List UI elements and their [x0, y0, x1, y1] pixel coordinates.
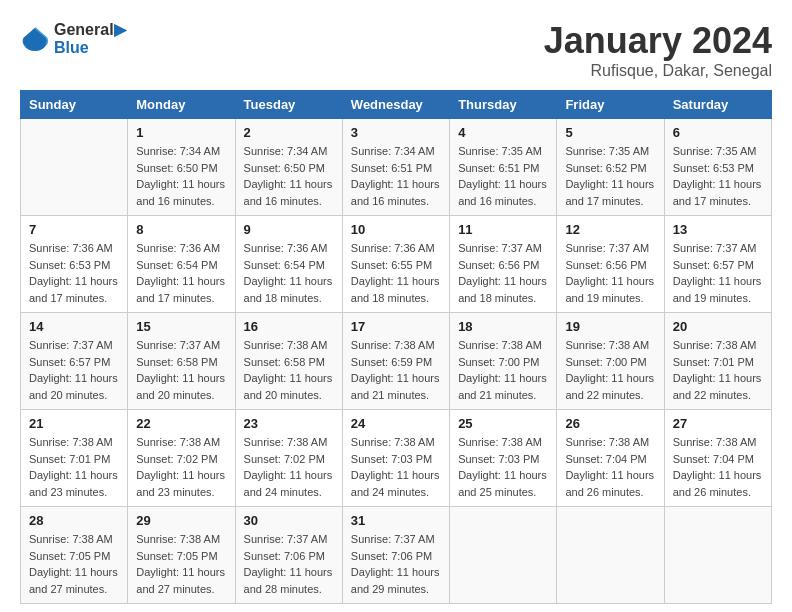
- calendar-cell: 10Sunrise: 7:36 AMSunset: 6:55 PMDayligh…: [342, 216, 449, 313]
- day-number: 10: [351, 222, 441, 237]
- calendar-table: SundayMondayTuesdayWednesdayThursdayFrid…: [20, 90, 772, 604]
- day-info: Sunrise: 7:35 AMSunset: 6:52 PMDaylight:…: [565, 143, 655, 209]
- calendar-cell: 19Sunrise: 7:38 AMSunset: 7:00 PMDayligh…: [557, 313, 664, 410]
- title-block: January 2024 Rufisque, Dakar, Senegal: [544, 20, 772, 80]
- calendar-cell: [21, 119, 128, 216]
- day-number: 14: [29, 319, 119, 334]
- calendar-cell: 20Sunrise: 7:38 AMSunset: 7:01 PMDayligh…: [664, 313, 771, 410]
- day-info: Sunrise: 7:38 AMSunset: 6:58 PMDaylight:…: [244, 337, 334, 403]
- day-number: 8: [136, 222, 226, 237]
- day-info: Sunrise: 7:38 AMSunset: 7:04 PMDaylight:…: [673, 434, 763, 500]
- day-info: Sunrise: 7:34 AMSunset: 6:51 PMDaylight:…: [351, 143, 441, 209]
- day-info: Sunrise: 7:38 AMSunset: 7:02 PMDaylight:…: [244, 434, 334, 500]
- day-number: 13: [673, 222, 763, 237]
- day-number: 25: [458, 416, 548, 431]
- day-number: 9: [244, 222, 334, 237]
- day-number: 6: [673, 125, 763, 140]
- calendar-cell: 29Sunrise: 7:38 AMSunset: 7:05 PMDayligh…: [128, 507, 235, 604]
- calendar-cell: 30Sunrise: 7:37 AMSunset: 7:06 PMDayligh…: [235, 507, 342, 604]
- day-info: Sunrise: 7:34 AMSunset: 6:50 PMDaylight:…: [136, 143, 226, 209]
- day-info: Sunrise: 7:37 AMSunset: 6:56 PMDaylight:…: [565, 240, 655, 306]
- weekday-header-row: SundayMondayTuesdayWednesdayThursdayFrid…: [21, 91, 772, 119]
- weekday-header-thursday: Thursday: [450, 91, 557, 119]
- day-info: Sunrise: 7:36 AMSunset: 6:53 PMDaylight:…: [29, 240, 119, 306]
- calendar-cell: 1Sunrise: 7:34 AMSunset: 6:50 PMDaylight…: [128, 119, 235, 216]
- calendar-cell: 21Sunrise: 7:38 AMSunset: 7:01 PMDayligh…: [21, 410, 128, 507]
- day-number: 4: [458, 125, 548, 140]
- day-info: Sunrise: 7:38 AMSunset: 7:00 PMDaylight:…: [565, 337, 655, 403]
- calendar-cell: 22Sunrise: 7:38 AMSunset: 7:02 PMDayligh…: [128, 410, 235, 507]
- day-number: 18: [458, 319, 548, 334]
- day-info: Sunrise: 7:35 AMSunset: 6:51 PMDaylight:…: [458, 143, 548, 209]
- day-info: Sunrise: 7:37 AMSunset: 6:57 PMDaylight:…: [673, 240, 763, 306]
- location-subtitle: Rufisque, Dakar, Senegal: [544, 62, 772, 80]
- calendar-cell: 11Sunrise: 7:37 AMSunset: 6:56 PMDayligh…: [450, 216, 557, 313]
- day-number: 30: [244, 513, 334, 528]
- day-info: Sunrise: 7:38 AMSunset: 7:03 PMDaylight:…: [351, 434, 441, 500]
- weekday-header-saturday: Saturday: [664, 91, 771, 119]
- calendar-cell: 18Sunrise: 7:38 AMSunset: 7:00 PMDayligh…: [450, 313, 557, 410]
- day-number: 7: [29, 222, 119, 237]
- day-info: Sunrise: 7:37 AMSunset: 7:06 PMDaylight:…: [244, 531, 334, 597]
- calendar-cell: 17Sunrise: 7:38 AMSunset: 6:59 PMDayligh…: [342, 313, 449, 410]
- calendar-cell: 23Sunrise: 7:38 AMSunset: 7:02 PMDayligh…: [235, 410, 342, 507]
- day-info: Sunrise: 7:37 AMSunset: 6:58 PMDaylight:…: [136, 337, 226, 403]
- day-number: 16: [244, 319, 334, 334]
- day-number: 12: [565, 222, 655, 237]
- day-number: 15: [136, 319, 226, 334]
- calendar-cell: 13Sunrise: 7:37 AMSunset: 6:57 PMDayligh…: [664, 216, 771, 313]
- page-header: General▶ Blue January 2024 Rufisque, Dak…: [20, 20, 772, 80]
- day-number: 1: [136, 125, 226, 140]
- weekday-header-tuesday: Tuesday: [235, 91, 342, 119]
- day-number: 2: [244, 125, 334, 140]
- calendar-cell: 9Sunrise: 7:36 AMSunset: 6:54 PMDaylight…: [235, 216, 342, 313]
- logo-icon: [20, 24, 50, 54]
- day-number: 11: [458, 222, 548, 237]
- day-info: Sunrise: 7:35 AMSunset: 6:53 PMDaylight:…: [673, 143, 763, 209]
- day-info: Sunrise: 7:38 AMSunset: 7:00 PMDaylight:…: [458, 337, 548, 403]
- day-info: Sunrise: 7:34 AMSunset: 6:50 PMDaylight:…: [244, 143, 334, 209]
- month-title: January 2024: [544, 20, 772, 62]
- day-number: 21: [29, 416, 119, 431]
- week-row-2: 7Sunrise: 7:36 AMSunset: 6:53 PMDaylight…: [21, 216, 772, 313]
- day-info: Sunrise: 7:38 AMSunset: 7:01 PMDaylight:…: [673, 337, 763, 403]
- calendar-cell: 4Sunrise: 7:35 AMSunset: 6:51 PMDaylight…: [450, 119, 557, 216]
- calendar-cell: 16Sunrise: 7:38 AMSunset: 6:58 PMDayligh…: [235, 313, 342, 410]
- calendar-cell: [557, 507, 664, 604]
- calendar-cell: 27Sunrise: 7:38 AMSunset: 7:04 PMDayligh…: [664, 410, 771, 507]
- weekday-header-friday: Friday: [557, 91, 664, 119]
- calendar-cell: 2Sunrise: 7:34 AMSunset: 6:50 PMDaylight…: [235, 119, 342, 216]
- calendar-cell: 24Sunrise: 7:38 AMSunset: 7:03 PMDayligh…: [342, 410, 449, 507]
- weekday-header-monday: Monday: [128, 91, 235, 119]
- weekday-header-wednesday: Wednesday: [342, 91, 449, 119]
- logo-text: General▶ Blue: [54, 20, 126, 57]
- day-number: 19: [565, 319, 655, 334]
- calendar-cell: 26Sunrise: 7:38 AMSunset: 7:04 PMDayligh…: [557, 410, 664, 507]
- calendar-cell: 12Sunrise: 7:37 AMSunset: 6:56 PMDayligh…: [557, 216, 664, 313]
- day-info: Sunrise: 7:38 AMSunset: 7:05 PMDaylight:…: [136, 531, 226, 597]
- day-info: Sunrise: 7:38 AMSunset: 7:01 PMDaylight:…: [29, 434, 119, 500]
- day-info: Sunrise: 7:38 AMSunset: 7:02 PMDaylight:…: [136, 434, 226, 500]
- logo: General▶ Blue: [20, 20, 126, 57]
- day-info: Sunrise: 7:38 AMSunset: 7:05 PMDaylight:…: [29, 531, 119, 597]
- week-row-5: 28Sunrise: 7:38 AMSunset: 7:05 PMDayligh…: [21, 507, 772, 604]
- day-number: 3: [351, 125, 441, 140]
- day-info: Sunrise: 7:38 AMSunset: 7:03 PMDaylight:…: [458, 434, 548, 500]
- day-info: Sunrise: 7:37 AMSunset: 6:56 PMDaylight:…: [458, 240, 548, 306]
- calendar-cell: 25Sunrise: 7:38 AMSunset: 7:03 PMDayligh…: [450, 410, 557, 507]
- day-number: 20: [673, 319, 763, 334]
- day-info: Sunrise: 7:37 AMSunset: 7:06 PMDaylight:…: [351, 531, 441, 597]
- day-number: 24: [351, 416, 441, 431]
- weekday-header-sunday: Sunday: [21, 91, 128, 119]
- day-number: 26: [565, 416, 655, 431]
- day-info: Sunrise: 7:36 AMSunset: 6:54 PMDaylight:…: [244, 240, 334, 306]
- week-row-3: 14Sunrise: 7:37 AMSunset: 6:57 PMDayligh…: [21, 313, 772, 410]
- day-info: Sunrise: 7:37 AMSunset: 6:57 PMDaylight:…: [29, 337, 119, 403]
- calendar-cell: 15Sunrise: 7:37 AMSunset: 6:58 PMDayligh…: [128, 313, 235, 410]
- day-info: Sunrise: 7:38 AMSunset: 6:59 PMDaylight:…: [351, 337, 441, 403]
- day-info: Sunrise: 7:36 AMSunset: 6:54 PMDaylight:…: [136, 240, 226, 306]
- calendar-cell: 8Sunrise: 7:36 AMSunset: 6:54 PMDaylight…: [128, 216, 235, 313]
- calendar-cell: 31Sunrise: 7:37 AMSunset: 7:06 PMDayligh…: [342, 507, 449, 604]
- day-number: 23: [244, 416, 334, 431]
- calendar-cell: [664, 507, 771, 604]
